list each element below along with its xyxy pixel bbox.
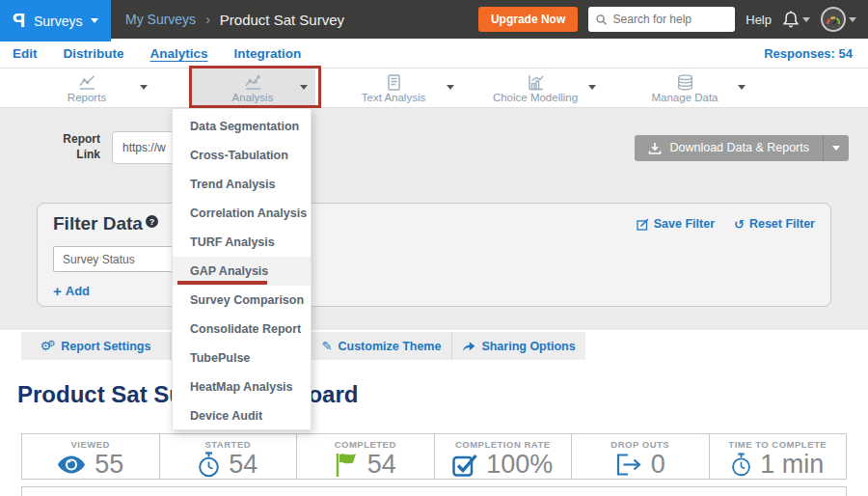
stat-label: COMPLETED <box>335 439 396 450</box>
nav-edit[interactable]: Edit <box>13 46 38 61</box>
nav-integration[interactable]: Integration <box>234 46 302 61</box>
next-panel-top-edge <box>21 486 847 496</box>
breadcrumb-my-surveys[interactable]: My Surveys <box>125 12 196 27</box>
menu-item-gap-analysis-label: GAP Analysis <box>190 264 268 278</box>
stat-completed: COMPLETED 54 <box>297 434 435 479</box>
reset-filter-label: Reset Filter <box>749 217 815 231</box>
menu-item-trend-analysis[interactable]: Trend Analysis <box>173 170 311 199</box>
menu-item-tubepulse[interactable]: TubePulse <box>173 344 311 372</box>
filter-title: Filter Data <box>53 213 143 234</box>
manage-data-button[interactable]: Manage Data <box>622 69 747 108</box>
survey-nav: Edit Distribute Analytics Integration Re… <box>0 39 868 69</box>
tab-report-settings-label: Report Settings <box>61 340 150 353</box>
avatar <box>821 7 846 32</box>
surveys-menu[interactable]: P Surveys <box>0 0 111 41</box>
stat-drop-outs: DROP OUTS 0 <box>572 434 710 479</box>
stat-value: 0 <box>651 450 665 480</box>
surveys-menu-label: Surveys <box>34 14 83 29</box>
help-search-input[interactable] <box>613 13 728 26</box>
analytics-toolbar: Reports Analysis Text Analysis Choice Mo… <box>0 69 868 108</box>
help-badge-icon[interactable]: ? <box>146 215 158 228</box>
save-filter-button[interactable]: Save Filter <box>637 217 715 231</box>
text-analysis-button[interactable]: Text Analysis <box>331 69 456 108</box>
stat-value: 54 <box>367 450 396 480</box>
pencil-icon: ✎ <box>322 340 333 352</box>
gears-icon: ⚙⚙ <box>41 340 56 353</box>
tab-sharing-options[interactable]: Sharing Options <box>451 332 585 360</box>
menu-item-device-audit[interactable]: Device Audit <box>173 401 311 430</box>
line-chart-icon <box>78 74 96 91</box>
download-split-button: Download Data & Reports <box>635 135 849 161</box>
stat-started: STARTED 54 <box>160 434 298 479</box>
help-link[interactable]: Help <box>746 13 772 27</box>
filter-header: Filter Data ? Save Filter ↺ Reset Filter <box>53 213 815 234</box>
eye-icon <box>57 455 86 474</box>
manage-data-label: Manage Data <box>651 92 718 103</box>
tab-sharing-options-label: Sharing Options <box>481 340 575 353</box>
survey-status-value: Survey Status <box>63 253 135 266</box>
menu-item-data-segmentation[interactable]: Data Segmentation <box>173 112 311 141</box>
edit-square-icon <box>637 218 649 231</box>
survey-stats-row: VIEWED 55 STARTED <box>21 433 847 480</box>
top-bar: P Surveys My Surveys › Product Sat Surve… <box>0 0 868 39</box>
stat-value: 1 min <box>760 450 824 480</box>
menu-item-heatmap-analysis[interactable]: HeatMap Analysis <box>173 372 311 401</box>
questionpro-logo-icon: P <box>13 10 25 32</box>
menu-item-turf-analysis[interactable]: TURF Analysis <box>173 228 311 257</box>
upgrade-now-button[interactable]: Upgrade Now <box>478 7 578 32</box>
search-icon <box>596 14 607 26</box>
stat-value: 55 <box>95 450 123 480</box>
nav-analytics[interactable]: Analytics <box>150 46 208 61</box>
stopwatch-icon <box>198 452 220 478</box>
notifications-button[interactable] <box>782 10 810 29</box>
analysis-button[interactable]: Analysis <box>190 69 315 108</box>
flag-icon <box>335 452 359 478</box>
menu-item-gap-analysis[interactable]: GAP Analysis <box>173 257 311 286</box>
report-link-label: Report Link <box>54 132 100 162</box>
choice-modelling-button[interactable]: Choice Modelling <box>473 69 598 108</box>
caret-down-icon <box>849 17 856 22</box>
caret-down-icon <box>588 85 596 90</box>
caret-down-icon <box>91 18 98 23</box>
report-panel: Report Link Download Data & Reports Filt… <box>0 108 868 330</box>
filter-data-section: Filter Data ? Save Filter ↺ Reset Filter <box>37 203 831 307</box>
exit-icon <box>615 453 642 477</box>
stat-label: COMPLETION RATE <box>455 439 551 450</box>
analysis-dropdown-menu: Data Segmentation Cross-Tabulation Trend… <box>172 108 312 430</box>
menu-item-consolidate-report[interactable]: Consolidate Report <box>173 315 311 344</box>
account-menu[interactable] <box>821 7 856 32</box>
page-title: Product Sat Survey Dashboard <box>17 381 868 408</box>
stat-viewed: VIEWED 55 <box>22 434 160 479</box>
bar-line-chart-icon <box>527 74 545 91</box>
caret-down-icon <box>300 85 308 90</box>
nav-distribute[interactable]: Distribute <box>64 46 124 61</box>
menu-item-survey-comparison[interactable]: Survey Comparison <box>173 286 311 315</box>
add-filter-button[interactable]: + Add <box>53 283 90 299</box>
annotation-red-underline <box>177 281 267 285</box>
tab-report-settings[interactable]: ⚙⚙ Report Settings <box>21 332 171 360</box>
stat-time-to-complete: TIME TO COMPLETE 1 min <box>710 434 847 479</box>
menu-item-correlation-analysis[interactable]: Correlation Analysis <box>173 199 311 228</box>
stat-value: 100% <box>486 450 553 480</box>
reset-filter-button[interactable]: ↺ Reset Filter <box>734 217 815 231</box>
bell-icon <box>782 10 800 29</box>
stat-label: DROP OUTS <box>610 439 669 450</box>
breadcrumb: My Surveys › Product Sat Survey <box>125 12 344 28</box>
menu-item-cross-tabulation[interactable]: Cross-Tabulation <box>173 141 311 170</box>
caret-down-icon <box>447 85 454 90</box>
breadcrumb-separator: › <box>205 12 210 27</box>
reports-button[interactable]: Reports <box>24 69 149 108</box>
checkbox-icon <box>452 453 477 478</box>
topbar-right: Upgrade Now Help <box>478 7 868 32</box>
caret-down-icon <box>738 85 746 90</box>
breadcrumb-current-survey: Product Sat Survey <box>220 12 344 28</box>
stat-label: TIME TO COMPLETE <box>728 439 827 450</box>
stat-completion-rate: COMPLETION RATE 100% <box>435 434 573 479</box>
tab-customize-theme[interactable]: ✎ Customize Theme <box>311 332 451 360</box>
download-data-reports-button[interactable]: Download Data & Reports <box>635 135 823 161</box>
app-screen: P Surveys My Surveys › Product Sat Surve… <box>0 0 868 496</box>
report-link-row: Report Link Download Data & Reports <box>0 108 868 164</box>
download-options-caret[interactable] <box>823 135 849 161</box>
undo-icon: ↺ <box>734 218 745 231</box>
text-analysis-label: Text Analysis <box>362 92 425 103</box>
